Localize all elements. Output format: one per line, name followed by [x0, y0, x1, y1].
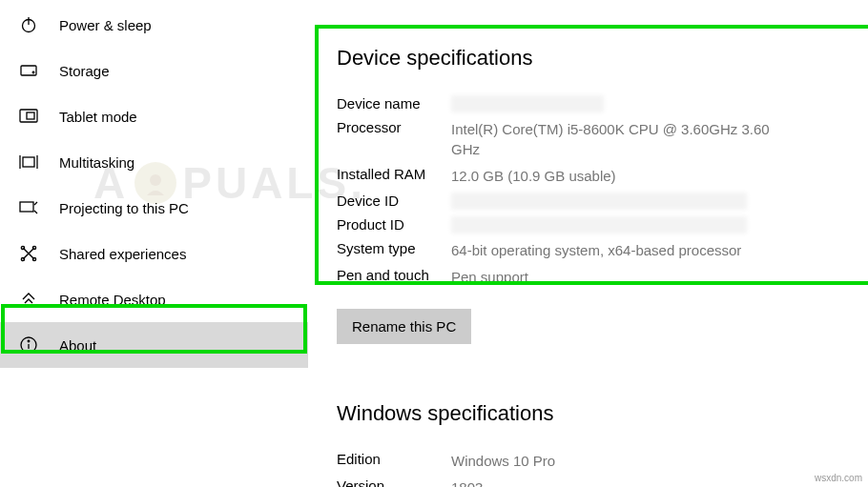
sidebar-item-about[interactable]: About — [0, 322, 308, 368]
svg-point-3 — [32, 71, 34, 73]
settings-sidebar: Power & sleep Storage Tablet mode Multit… — [0, 0, 308, 487]
power-icon — [19, 15, 38, 34]
spec-row-system-type: System type 64-bit operating system, x64… — [337, 240, 830, 260]
tablet-icon — [19, 107, 38, 126]
sidebar-item-multitasking[interactable]: Multitasking — [0, 139, 308, 185]
spec-value-redacted — [451, 95, 604, 112]
spec-row-processor: Processor Intel(R) Core(TM) i5-8600K CPU… — [337, 119, 830, 159]
sidebar-item-label: Projecting to this PC — [59, 200, 189, 216]
spec-label: Device ID — [337, 193, 451, 209]
sidebar-item-label: Power & sleep — [59, 17, 152, 33]
device-specs-title: Device specifications — [337, 46, 830, 71]
sidebar-item-tablet-mode[interactable]: Tablet mode — [0, 93, 308, 139]
sidebar-item-label: Shared experiences — [59, 246, 186, 262]
spec-row-pen-touch: Pen and touch Pen support — [337, 267, 830, 287]
svg-rect-5 — [27, 112, 34, 119]
spec-value: Windows 10 Pro — [451, 451, 555, 471]
sidebar-item-label: Multitasking — [59, 154, 134, 171]
remote-icon — [19, 290, 38, 309]
svg-rect-2 — [21, 66, 36, 75]
spec-value-redacted — [451, 193, 747, 210]
spec-value: 64-bit operating system, x64-based proce… — [451, 240, 741, 260]
spec-label: Edition — [337, 451, 451, 467]
spec-label: Processor — [337, 119, 451, 135]
sidebar-item-label: Storage — [59, 63, 110, 79]
multitasking-icon — [19, 152, 38, 172]
sidebar-item-label: About — [59, 337, 96, 354]
rename-pc-button[interactable]: Rename this PC — [337, 309, 471, 344]
storage-icon — [19, 61, 38, 80]
projecting-icon — [19, 198, 38, 217]
spec-label: Version — [337, 477, 451, 487]
spec-value: 1803 — [451, 477, 483, 487]
svg-point-18 — [28, 340, 30, 342]
sidebar-item-label: Remote Desktop — [59, 292, 166, 308]
spec-row-version: Version 1803 — [337, 477, 830, 487]
spec-row-ram: Installed RAM 12.0 GB (10.9 GB usable) — [337, 166, 830, 186]
sidebar-item-projecting[interactable]: Projecting to this PC — [0, 185, 308, 231]
sidebar-item-shared-experiences[interactable]: Shared experiences — [0, 231, 308, 276]
spec-row-device-name: Device name — [337, 95, 830, 112]
shared-icon — [19, 244, 38, 263]
windows-specs-title: Windows specifications — [337, 401, 830, 426]
device-specs-table: Device name Processor Intel(R) Core(TM) … — [337, 95, 830, 287]
spec-row-product-id: Product ID — [337, 216, 830, 233]
sidebar-item-storage[interactable]: Storage — [0, 48, 308, 93]
spec-value: Pen support — [451, 267, 528, 287]
main-content: Device specifications Device name Proces… — [308, 0, 868, 487]
attribution-text: wsxdn.com — [815, 473, 862, 483]
spec-value: 12.0 GB (10.9 GB usable) — [451, 166, 616, 186]
spec-value: Intel(R) Core(TM) i5-8600K CPU @ 3.60GHz… — [451, 119, 795, 159]
about-icon — [19, 335, 38, 355]
sidebar-item-label: Tablet mode — [59, 109, 137, 125]
sidebar-item-power-sleep[interactable]: Power & sleep — [0, 2, 308, 48]
svg-rect-8 — [23, 157, 34, 167]
spec-label: Pen and touch — [337, 267, 451, 283]
spec-row-device-id: Device ID — [337, 193, 830, 210]
spec-label: Device name — [337, 95, 451, 112]
windows-specs-table: Edition Windows 10 Pro Version 1803 — [337, 451, 830, 487]
spec-label: Installed RAM — [337, 166, 451, 182]
spec-row-edition: Edition Windows 10 Pro — [337, 451, 830, 471]
spec-label: Product ID — [337, 216, 451, 233]
spec-value-redacted — [451, 216, 747, 233]
svg-rect-9 — [20, 202, 33, 212]
sidebar-item-remote-desktop[interactable]: Remote Desktop — [0, 276, 308, 322]
spec-label: System type — [337, 240, 451, 256]
